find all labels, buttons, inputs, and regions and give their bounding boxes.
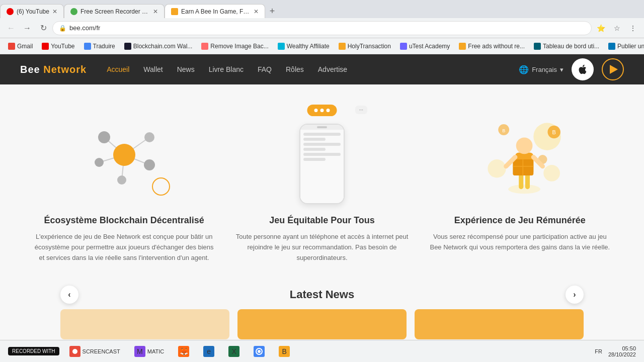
svg-text:B: B xyxy=(502,128,505,133)
svg-point-29 xyxy=(72,349,77,354)
bookmark-holy[interactable]: HolyTransaction xyxy=(335,42,395,51)
tab-title-bee: Earn A Bee In Game, Future's No... xyxy=(181,8,251,15)
bookmark-publier[interactable]: Publier une annonc... xyxy=(604,42,644,51)
svg-point-5 xyxy=(98,131,110,143)
bookmark-label-tableau: Tableau de bord uti... xyxy=(543,43,599,50)
feature-title-rewarded: Expérience de Jeu Rémunérée xyxy=(454,215,586,226)
taskbar-matic[interactable]: M MATIC xyxy=(130,344,168,359)
taskbar-ie[interactable]: e xyxy=(199,344,218,359)
taskbar-bee-app[interactable]: B xyxy=(275,344,294,359)
bookmark-button[interactable]: ☆ xyxy=(610,21,624,35)
svg-text:B: B xyxy=(552,129,556,135)
svg-point-31 xyxy=(258,350,261,353)
reload-button[interactable]: ↻ xyxy=(36,21,50,35)
taskbar-excel[interactable]: X xyxy=(224,344,244,359)
taskbar-screencast[interactable]: SCREENCAST xyxy=(65,344,124,359)
bookmark-removebg[interactable]: Remove Image Bac... xyxy=(197,42,272,51)
site-logo[interactable]: Bee Network xyxy=(20,64,87,75)
tab-title-yt: (6) YouTube xyxy=(17,8,49,15)
phone-speaker xyxy=(317,126,327,128)
bookmark-utest[interactable]: uTest Academy xyxy=(396,42,454,51)
news-card-3[interactable] xyxy=(415,309,584,339)
screencast-label: SCREENCAST xyxy=(83,348,120,354)
chevron-down-icon: ▾ xyxy=(560,66,564,73)
language-selector[interactable]: 🌐 Français ▾ xyxy=(519,65,564,74)
taskbar-chrome[interactable] xyxy=(250,344,269,359)
tab-close-yt[interactable]: ✕ xyxy=(52,8,57,15)
tab-youtube[interactable]: (6) YouTube ✕ xyxy=(0,4,64,18)
phone-content-line-1 xyxy=(303,133,341,136)
bookmark-icon-publier xyxy=(608,43,615,50)
svg-point-7 xyxy=(144,159,155,170)
bookmark-freeads[interactable]: Free ads without re... xyxy=(455,42,529,51)
bookmark-label-utest: uTest Academy xyxy=(409,43,450,50)
bookmark-icon-gmail xyxy=(8,43,15,50)
svg-point-9 xyxy=(95,158,104,167)
bookmark-youtube[interactable]: YouTube xyxy=(38,42,78,51)
chrome-icon xyxy=(254,346,265,357)
google-play-button[interactable] xyxy=(602,58,624,80)
news-section: ‹ Latest News › xyxy=(30,283,614,339)
nav-faq[interactable]: FAQ xyxy=(258,65,272,73)
address-bar[interactable]: 🔒 bee.com/fr xyxy=(52,21,592,35)
nav-livreblanc[interactable]: Livre Blanc xyxy=(209,65,244,73)
main-content: Écosystème Blockchain Décentralisé L'exp… xyxy=(0,84,644,354)
bookmark-blockchain[interactable]: Blockchain.com Wal... xyxy=(120,42,197,51)
bookmark-traduire[interactable]: Traduire xyxy=(80,42,119,51)
feature-title-fairgame: Jeu Équitable Pour Tous xyxy=(269,215,375,226)
tab-bee[interactable]: Earn A Bee In Game, Future's No... ✕ xyxy=(165,4,265,18)
bookmark-label-freeads: Free ads without re... xyxy=(468,43,525,50)
phone-content-line-3 xyxy=(303,143,341,146)
phone-screen-container xyxy=(299,124,345,204)
nav-wallet[interactable]: Wallet xyxy=(143,65,163,73)
news-card-2[interactable] xyxy=(237,309,407,339)
nav-accueil[interactable]: Accueil xyxy=(107,65,129,73)
bookmark-wealthy[interactable]: Wealthy Affiliate xyxy=(274,42,334,51)
menu-button[interactable]: ⋮ xyxy=(626,21,640,35)
bookmark-icon-tableau xyxy=(534,43,541,50)
bookmark-tableau[interactable]: Tableau de bord uti... xyxy=(530,42,603,51)
reward-svg: B B xyxy=(469,110,570,200)
browser-chrome: (6) YouTube ✕ Free Screen Recorder - No … xyxy=(0,0,644,54)
nav-advertise[interactable]: Advertise xyxy=(318,65,347,73)
recorded-badge: RECORDED WITH xyxy=(8,347,59,355)
news-header: ‹ Latest News › xyxy=(60,288,584,301)
news-next-button[interactable]: › xyxy=(566,286,584,304)
tab-screenrecorder[interactable]: Free Screen Recorder - No Acco... ✕ xyxy=(64,4,165,18)
taskbar-right: FR 05:50 28/10/2022 xyxy=(595,345,636,357)
news-prev-button[interactable]: ‹ xyxy=(60,286,78,304)
tab-title-sc: Free Screen Recorder - No Acco... xyxy=(80,8,150,15)
back-button[interactable]: ← xyxy=(4,21,18,35)
apple-app-button[interactable] xyxy=(572,58,594,80)
rec-icon xyxy=(71,347,79,355)
feature-title-blockchain: Écosystème Blockchain Décentralisé xyxy=(44,215,204,226)
tab-close-sc[interactable]: ✕ xyxy=(153,8,158,15)
phone-notch xyxy=(300,125,344,130)
taskbar: RECORDED WITH SCREENCAST M MATIC 🦊 e X B… xyxy=(0,340,644,362)
taskbar-clock: 05:50 28/10/2022 xyxy=(608,345,636,357)
feature-desc-fairgame: Toute personne ayant un téléphone et acc… xyxy=(231,232,413,263)
extensions-button[interactable]: ⭐ xyxy=(594,21,608,35)
svg-point-13 xyxy=(544,165,560,182)
nav-roles[interactable]: Rôles xyxy=(286,65,304,73)
nav-right: 🌐 Français ▾ xyxy=(519,58,624,80)
forward-button[interactable]: → xyxy=(20,21,34,35)
rewarded-illustration: B B xyxy=(469,105,570,205)
lock-icon: 🔒 xyxy=(59,25,66,32)
nav-news[interactable]: News xyxy=(177,65,195,73)
fairgame-illustration: ··· xyxy=(272,105,372,205)
feature-desc-blockchain: L'expérience de jeu de Bee Network est c… xyxy=(34,232,215,263)
bookmark-gmail[interactable]: Gmail xyxy=(4,42,37,51)
feature-fairgame: ··· xyxy=(231,105,413,263)
chat-dot-1 xyxy=(314,109,317,112)
tab-close-bee[interactable]: ✕ xyxy=(254,8,259,15)
browser-actions: ⭐ ☆ ⋮ xyxy=(594,21,640,35)
phone-device xyxy=(299,124,345,204)
recorded-label: RECORDED WITH xyxy=(12,348,55,354)
news-card-1[interactable] xyxy=(60,309,229,339)
new-tab-button[interactable]: + xyxy=(265,4,279,18)
screencast-icon xyxy=(69,346,80,357)
chat-bubble xyxy=(307,105,337,116)
taskbar-firefox[interactable]: 🦊 xyxy=(174,344,193,359)
taskbar-date: 28/10/2022 xyxy=(608,351,636,357)
